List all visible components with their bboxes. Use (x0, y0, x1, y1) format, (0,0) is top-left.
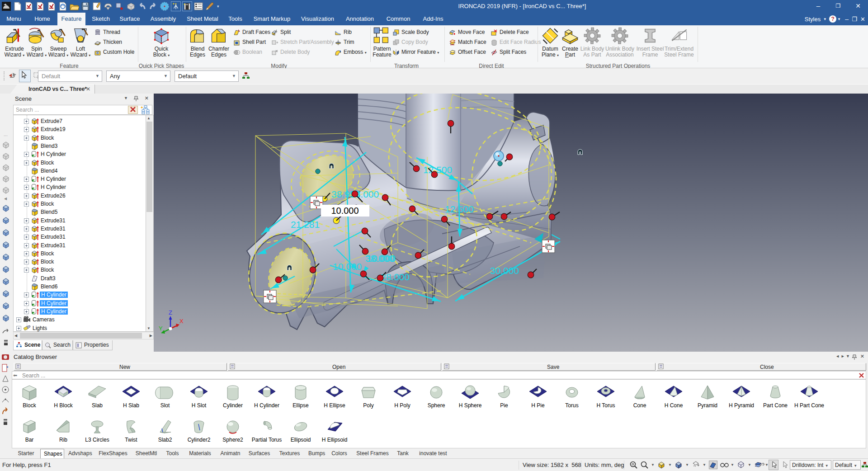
svg-text:10.000: 10.000 (367, 253, 396, 264)
svg-text:X: X (179, 318, 184, 325)
svg-text:30.000: 30.000 (490, 265, 519, 276)
svg-text:12.500: 12.500 (423, 165, 452, 175)
svg-text:21.281: 21.281 (291, 219, 320, 230)
svg-text:Y: Y (159, 325, 163, 332)
svg-text:12.500: 12.500 (445, 204, 474, 214)
svg-text:10.000: 10.000 (331, 206, 359, 216)
svg-text:✦: ✦ (81, 27, 85, 32)
svg-text:✦: ✦ (13, 28, 16, 32)
svg-text:✦: ✦ (172, 2, 175, 6)
svg-text:✦: ✦ (140, 105, 144, 110)
svg-text:✦: ✦ (37, 28, 40, 33)
svg-text:10.000: 10.000 (333, 261, 362, 272)
svg-text:✦: ✦ (58, 28, 62, 32)
svg-text:Z: Z (169, 309, 172, 316)
